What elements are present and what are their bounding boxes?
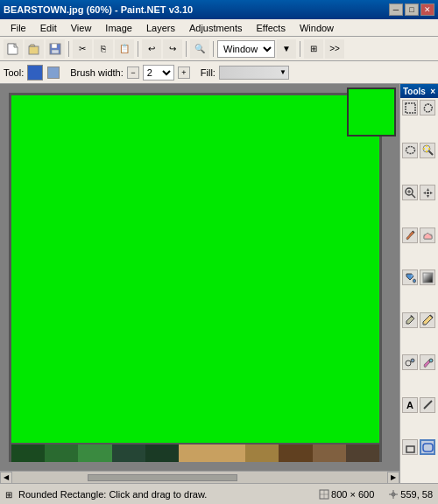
crosshair-icon — [388, 489, 399, 500]
eraser-tool[interactable] — [420, 228, 435, 243]
hscroll-thumb[interactable] — [88, 474, 237, 481]
clone-stamp-tool[interactable] — [402, 354, 418, 370]
dropdown-arrow[interactable]: ▼ — [277, 39, 296, 59]
svg-rect-33 — [423, 444, 433, 452]
cut-button[interactable]: ✂ — [73, 39, 92, 59]
brush-width-select[interactable]: 24812 — [143, 65, 174, 80]
pan-tool[interactable] — [420, 185, 435, 200]
rounded-rectangle-tool[interactable] — [420, 439, 435, 455]
line-tool[interactable] — [420, 397, 435, 413]
brush-width-decrease[interactable]: − — [127, 66, 139, 79]
text-tool[interactable]: A — [402, 397, 418, 413]
menu-window[interactable]: Window — [293, 21, 341, 35]
separator-1 — [68, 41, 69, 57]
menu-layers[interactable]: Layers — [139, 21, 182, 35]
svg-point-28 — [411, 359, 414, 362]
canvas-area[interactable]: ◀ ▶ — [0, 84, 399, 483]
fill-label: Fill: — [201, 67, 215, 78]
gradient-tool[interactable] — [420, 270, 435, 285]
canvas-container — [9, 93, 382, 462]
copy-button[interactable]: ⎘ — [94, 39, 113, 59]
separator-3 — [186, 41, 187, 57]
svg-rect-23 — [423, 273, 433, 283]
tools-close-icon[interactable]: × — [430, 87, 435, 96]
svg-rect-32 — [406, 446, 414, 452]
svg-point-19 — [427, 192, 429, 194]
rectangle-select-tool[interactable] — [402, 100, 418, 116]
tools-panel: Tools × — [399, 84, 438, 483]
toolbar: ✂ ⎘ 📋 ↩ ↪ 🔍 Window ▼ ⊞ >> — [0, 37, 438, 61]
horizontal-scrollbar[interactable]: ◀ ▶ — [0, 471, 399, 483]
hscroll-track[interactable] — [13, 474, 386, 481]
thumbnail-preview — [347, 88, 396, 136]
menu-adjustments[interactable]: Adjustments — [182, 21, 250, 35]
title-bar: BEARSTOWN.jpg (60%) - Paint.NET v3.10 ─ … — [0, 0, 438, 19]
primary-color-box[interactable] — [27, 65, 43, 80]
tools-title: Tools — [403, 87, 426, 96]
separator-5 — [300, 41, 300, 57]
svg-rect-5 — [52, 44, 57, 48]
menu-edit[interactable]: Edit — [33, 21, 64, 35]
status-bar: ⊞ Rounded Rectangle: Click and drag to d… — [0, 483, 438, 504]
shapes-tool[interactable] — [402, 439, 418, 455]
svg-rect-3 — [29, 46, 39, 54]
brush-width-increase[interactable]: + — [178, 66, 190, 79]
history-button[interactable]: ⊞ — [304, 39, 323, 59]
maximize-button[interactable]: □ — [405, 4, 419, 16]
svg-point-8 — [406, 147, 414, 154]
bottom-image-strip — [11, 444, 379, 462]
toolbar2: Tool: Brush width: − 24812 + Fill: ▼ — [0, 61, 438, 84]
tools-grid: A — [400, 98, 438, 483]
menu-effects[interactable]: Effects — [250, 21, 293, 35]
coordinates-display: 559, 58 — [388, 489, 433, 500]
menu-file[interactable]: File — [4, 21, 33, 35]
color-picker-tool[interactable] — [402, 312, 418, 328]
close-button[interactable]: ✕ — [420, 4, 434, 16]
magic-wand-tool[interactable] — [420, 143, 435, 158]
canvas-green — [11, 95, 379, 443]
overflow-button[interactable]: >> — [325, 39, 344, 59]
redo-button[interactable]: ↪ — [163, 39, 182, 59]
svg-point-27 — [406, 360, 411, 366]
separator-2 — [138, 41, 138, 57]
image-dimensions: 800 × 600 — [331, 489, 374, 500]
status-right: 800 × 600 559, 58 — [319, 489, 433, 500]
status-message-text: Rounded Rectangle: Click and drag to dra… — [18, 489, 207, 500]
fill-selector[interactable]: ▼ — [219, 66, 289, 80]
pencil-tool[interactable] — [420, 312, 435, 328]
ellipse-select-tool[interactable] — [402, 143, 418, 158]
paste-button[interactable]: 📋 — [115, 39, 134, 59]
new-button[interactable] — [4, 39, 23, 59]
open-button[interactable] — [25, 39, 44, 59]
svg-point-30 — [429, 359, 433, 362]
save-button[interactable] — [46, 39, 65, 59]
menu-view[interactable]: View — [64, 21, 99, 35]
menu-bar: File Edit View Image Layers Adjustments … — [0, 19, 438, 37]
svg-line-31 — [424, 401, 432, 409]
zoom-tool[interactable] — [402, 185, 418, 200]
paint-bucket-tool[interactable] — [402, 270, 418, 285]
paintbrush-tool[interactable] — [402, 228, 418, 243]
minimize-button[interactable]: ─ — [389, 4, 403, 16]
separator-4 — [213, 41, 214, 57]
menu-image[interactable]: Image — [98, 21, 139, 35]
secondary-color-box[interactable] — [47, 66, 60, 79]
cursor-coordinates: 559, 58 — [400, 489, 433, 500]
dimensions-display: 800 × 600 — [319, 489, 374, 500]
title-text: BEARSTOWN.jpg (60%) - Paint.NET v3.10 — [4, 4, 193, 15]
title-controls: ─ □ ✕ — [389, 4, 434, 16]
hscroll-left[interactable]: ◀ — [0, 472, 12, 484]
zoom-button[interactable]: 🔍 — [190, 39, 209, 59]
status-message: ⊞ Rounded Rectangle: Click and drag to d… — [5, 489, 319, 500]
recolor-tool[interactable] — [420, 354, 435, 370]
main-area: ◀ ▶ Tools × — [0, 84, 438, 483]
hscroll-right[interactable]: ▶ — [387, 472, 399, 484]
undo-button[interactable]: ↩ — [142, 39, 161, 59]
lasso-select-tool[interactable] — [420, 100, 435, 116]
window-select[interactable]: Window — [217, 40, 275, 58]
svg-line-16 — [412, 194, 415, 198]
svg-point-22 — [413, 279, 415, 283]
resize-icon — [319, 489, 329, 500]
svg-rect-7 — [406, 103, 415, 113]
tool-label: Tool: — [4, 67, 24, 78]
